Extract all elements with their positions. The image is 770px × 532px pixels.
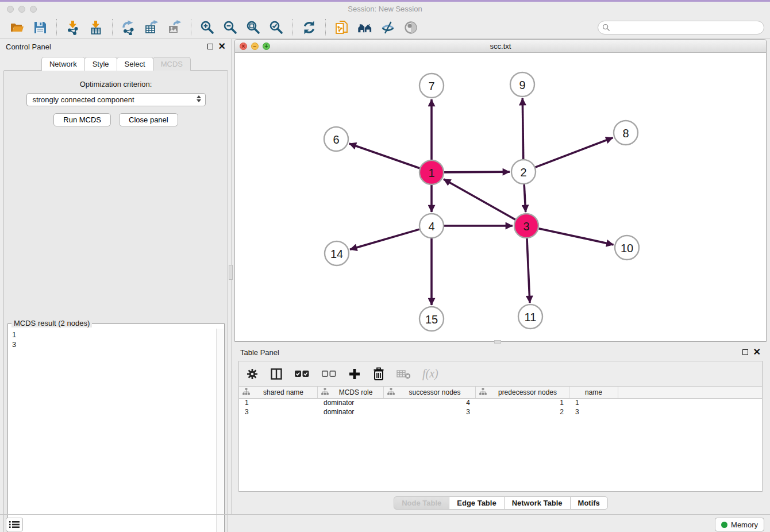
first-neighbors-icon[interactable]: [355, 19, 375, 36]
import-network-icon[interactable]: [63, 19, 83, 36]
tab-mcds[interactable]: MCDS: [153, 57, 191, 71]
float-panel-icon[interactable]: [207, 44, 213, 49]
graph-node-3[interactable]: 3: [514, 214, 538, 238]
svg-text:15: 15: [425, 313, 438, 326]
close-panel-icon[interactable]: ✕: [218, 44, 226, 49]
app-titlebar: Session: New Session: [0, 2, 770, 17]
column-header-successor-nodes[interactable]: successor nodes: [384, 387, 476, 398]
zoom-out-icon[interactable]: [221, 19, 240, 36]
graph-node-4[interactable]: 4: [419, 214, 444, 238]
table-cell[interactable]: 1: [569, 399, 618, 408]
graph-edge-3-10[interactable]: [538, 229, 613, 245]
export-network-icon[interactable]: [119, 19, 138, 36]
run-mcds-button[interactable]: Run MCDS: [53, 113, 111, 126]
graph-edge-1-2[interactable]: [444, 172, 510, 172]
table-cell[interactable]: 4: [384, 399, 476, 408]
graph-node-14[interactable]: 14: [325, 241, 349, 265]
toolbar-separator: [325, 19, 326, 36]
graph-edge-2-9[interactable]: [522, 98, 523, 159]
split-columns-icon[interactable]: [270, 365, 283, 383]
float-table-panel-icon[interactable]: [742, 349, 748, 355]
graph-node-9[interactable]: 9: [510, 72, 534, 97]
table-toolbar: f(x): [239, 361, 762, 387]
panel-splitter-grip[interactable]: [229, 265, 233, 280]
network-canvas[interactable]: 7968124314101511: [235, 53, 766, 341]
delete-columns-icon[interactable]: [372, 365, 385, 383]
add-column-icon[interactable]: [348, 365, 361, 383]
table-row[interactable]: 1dominator411: [239, 399, 762, 408]
table-cell[interactable]: dominator: [318, 408, 384, 417]
graph-node-15[interactable]: 15: [419, 307, 444, 331]
graph-edge-2-8[interactable]: [536, 138, 613, 168]
hide-selected-icon[interactable]: [378, 19, 398, 36]
table-row[interactable]: 3dominator323: [239, 408, 762, 417]
graph-node-8[interactable]: 8: [614, 121, 638, 145]
control-panel-title: Control Panel: [6, 43, 51, 51]
mcds-result-list[interactable]: 1 3: [9, 329, 216, 532]
svg-text:10: 10: [621, 242, 633, 255]
tab-node-table[interactable]: Node Table: [394, 496, 449, 510]
export-table-icon[interactable]: [142, 19, 161, 36]
column-header-shared-name[interactable]: shared name: [239, 387, 318, 398]
copy-network-icon[interactable]: [332, 19, 352, 36]
deselect-all-checkboxes-icon[interactable]: [321, 365, 337, 383]
zoom-fit-icon[interactable]: [244, 19, 263, 36]
result-scrollbar[interactable]: [216, 329, 224, 532]
graph-node-11[interactable]: 11: [518, 304, 542, 329]
graph-edge-3-1[interactable]: [444, 179, 515, 219]
graph-node-1[interactable]: 1: [419, 160, 444, 184]
mcds-result-groupbox: MCDS result (2 nodes) 1 3: [7, 323, 225, 532]
zoom-selected-icon[interactable]: [267, 19, 286, 36]
tab-edge-table[interactable]: Edge Table: [449, 496, 504, 510]
memory-status-icon: [721, 522, 727, 528]
dropdown-stepper-icon: [197, 95, 201, 102]
table-cell[interactable]: 2: [476, 408, 569, 417]
tab-select[interactable]: Select: [117, 57, 153, 71]
svg-text:6: 6: [333, 133, 339, 146]
table-cell[interactable]: 3: [384, 408, 476, 417]
zoom-in-icon[interactable]: [198, 19, 217, 36]
dropdown-value: strongly connected component: [33, 95, 134, 104]
table-cell[interactable]: 3: [569, 408, 618, 417]
column-header-predecessor-nodes[interactable]: predecessor nodes: [476, 387, 569, 398]
open-file-icon[interactable]: [7, 19, 27, 36]
table-cell[interactable]: 3: [239, 408, 318, 417]
refresh-icon[interactable]: [299, 19, 319, 36]
graph-edge-2-3[interactable]: [524, 184, 526, 212]
horizontal-splitter-grip[interactable]: [494, 340, 501, 344]
network-close-icon[interactable]: ×: [240, 43, 247, 50]
table-cell[interactable]: dominator: [318, 399, 384, 408]
column-header-MCDS-role[interactable]: MCDS role: [318, 387, 384, 398]
graph-node-6[interactable]: 6: [324, 127, 348, 151]
svg-text:9: 9: [519, 79, 525, 91]
import-table-icon[interactable]: [86, 19, 106, 36]
tab-style[interactable]: Style: [84, 57, 117, 71]
task-history-button[interactable]: [6, 518, 23, 531]
graph-node-7[interactable]: 7: [419, 74, 444, 98]
graph-node-2[interactable]: 2: [511, 160, 536, 184]
save-session-icon[interactable]: [30, 19, 50, 36]
table-cell[interactable]: 1: [476, 399, 569, 408]
network-maximize-icon[interactable]: +: [263, 43, 270, 50]
graph-edge-1-6[interactable]: [349, 144, 420, 168]
graph-node-10[interactable]: 10: [615, 236, 639, 260]
graph-edge-4-14[interactable]: [350, 229, 419, 249]
optimization-criterion-dropdown[interactable]: strongly connected component: [26, 93, 206, 106]
tab-network[interactable]: Network: [41, 57, 85, 71]
tab-motifs[interactable]: Motifs: [570, 496, 608, 510]
svg-text:11: 11: [525, 311, 537, 323]
table-cell[interactable]: 1: [239, 399, 318, 408]
select-all-checkboxes-icon[interactable]: [294, 365, 310, 383]
search-input[interactable]: [598, 21, 764, 34]
memory-button[interactable]: Memory: [715, 518, 764, 531]
list-icon: [9, 521, 20, 529]
tab-network-table[interactable]: Network Table: [504, 496, 571, 510]
graph-edge-3-11[interactable]: [527, 238, 530, 303]
delete-table-icon: [396, 365, 411, 383]
close-panel-button[interactable]: Close panel: [119, 113, 178, 126]
network-minimize-icon[interactable]: −: [251, 43, 259, 50]
column-settings-gear-icon[interactable]: [246, 365, 259, 383]
column-header-name[interactable]: name: [569, 387, 618, 398]
export-image-icon[interactable]: [165, 19, 184, 36]
close-table-panel-icon[interactable]: ✕: [753, 349, 761, 355]
